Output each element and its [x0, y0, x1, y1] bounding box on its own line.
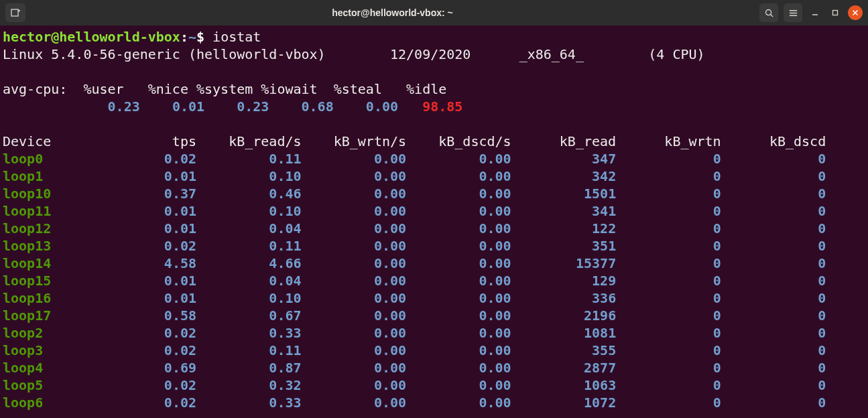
system-line: Linux 5.4.0-56-generic (helloworld-vbox)… [3, 46, 865, 63]
device-read: 1081 [511, 325, 617, 341]
search-button[interactable] [759, 3, 778, 22]
terminal-viewport[interactable]: hector@helloworld-vbox:~$ iostatLinux 5.… [0, 25, 868, 418]
titlebar: hector@helloworld-vbox: ~ [0, 0, 868, 25]
device-tps: 0.01 [108, 290, 196, 306]
device-read: 1501 [511, 186, 617, 202]
device-rps: 0.33 [196, 395, 302, 411]
device-tps: 0.02 [108, 238, 196, 254]
device-wrtn: 0 [616, 377, 721, 393]
device-row: loop15 0.01 0.04 0.00 0.00 129 0 0 [3, 272, 865, 289]
device-dps: 0.00 [406, 255, 511, 271]
device-dps: 0.00 [406, 325, 511, 341]
device-dscd: 0 [721, 377, 826, 393]
cpu-idle: 98.85 [398, 98, 462, 115]
device-tps: 4.58 [108, 255, 196, 271]
device-dps: 0.00 [406, 238, 511, 254]
device-wrtn: 0 [616, 290, 721, 306]
device-read: 341 [511, 203, 617, 219]
prompt-sep: : [180, 29, 188, 45]
device-wrtn: 0 [616, 168, 721, 184]
device-wps: 0.00 [302, 255, 407, 271]
device-row: loop0 0.02 0.11 0.00 0.00 347 0 0 [3, 150, 865, 167]
device-read: 2196 [511, 307, 617, 324]
device-wps: 0.00 [302, 307, 407, 324]
device-row: loop17 0.58 0.67 0.00 0.00 2196 0 0 [3, 307, 865, 324]
device-dps: 0.00 [406, 307, 511, 324]
window-maximize-button[interactable] [828, 5, 843, 20]
device-wrtn: 0 [616, 203, 721, 219]
device-name: loop3 [3, 342, 108, 358]
device-dscd: 0 [721, 273, 826, 289]
device-dps: 0.00 [406, 186, 511, 202]
device-name: loop11 [3, 203, 108, 219]
device-rps: 0.87 [196, 360, 302, 376]
device-name: loop1 [3, 168, 108, 184]
device-rps: 0.32 [196, 377, 302, 393]
svg-line-4 [770, 14, 772, 16]
device-wps: 0.00 [302, 186, 407, 202]
device-dps: 0.00 [406, 377, 511, 393]
prompt-command: iostat [212, 29, 261, 45]
device-row: loop2 0.02 0.33 0.00 0.00 1081 0 0 [3, 324, 865, 342]
device-wrtn: 0 [616, 325, 721, 341]
device-read: 336 [511, 290, 617, 306]
device-name: loop6 [3, 395, 108, 411]
window-minimize-button[interactable] [808, 5, 822, 20]
prompt-dollar: $ [196, 29, 212, 45]
window-close-button[interactable] [848, 5, 863, 20]
device-wps: 0.00 [302, 151, 407, 167]
device-read: 355 [511, 342, 617, 358]
device-read: 15377 [511, 255, 617, 271]
device-wps: 0.00 [302, 220, 407, 236]
device-rps: 0.11 [196, 151, 302, 167]
maximize-icon [831, 9, 839, 17]
device-dscd: 0 [721, 395, 826, 411]
device-rps: 0.10 [196, 290, 302, 306]
device-name: loop2 [3, 325, 108, 341]
device-read: 347 [511, 151, 617, 167]
device-wrtn: 0 [616, 360, 721, 376]
device-wps: 0.00 [302, 360, 407, 376]
device-row: loop16 0.01 0.10 0.00 0.00 336 0 0 [3, 289, 865, 307]
cpu-user: 0.23 [83, 98, 139, 115]
device-dscd: 0 [721, 168, 826, 184]
device-read: 342 [511, 168, 617, 184]
device-wps: 0.00 [302, 395, 407, 411]
device-row: loop10 0.37 0.46 0.00 0.00 1501 0 0 [3, 185, 865, 202]
device-wrtn: 0 [616, 395, 721, 411]
device-dscd: 0 [721, 360, 826, 376]
device-name: loop16 [3, 290, 108, 306]
device-dscd: 0 [721, 307, 826, 324]
cpu-nice: 0.01 [140, 98, 204, 115]
device-rps: 0.04 [196, 273, 302, 289]
device-name: loop10 [3, 186, 108, 202]
device-tps: 0.02 [108, 395, 196, 411]
device-wrtn: 0 [616, 273, 721, 289]
device-dscd: 0 [721, 255, 826, 271]
device-wps: 0.00 [302, 290, 407, 306]
hamburger-icon [788, 8, 798, 18]
device-row: loop11 0.01 0.10 0.00 0.00 341 0 0 [3, 202, 865, 220]
device-tps: 0.37 [108, 186, 196, 202]
device-tps: 0.69 [108, 360, 196, 376]
device-rps: 4.66 [196, 255, 302, 271]
device-tps: 0.02 [108, 342, 196, 358]
device-read: 2877 [511, 360, 617, 376]
new-tab-button[interactable] [5, 3, 25, 22]
device-dps: 0.00 [406, 151, 511, 167]
svg-rect-9 [833, 11, 838, 15]
device-wrtn: 0 [616, 186, 721, 202]
device-tps: 0.01 [108, 203, 196, 219]
device-dps: 0.00 [406, 342, 511, 358]
close-icon [852, 9, 859, 16]
device-row: loop3 0.02 0.11 0.00 0.00 355 0 0 [3, 342, 865, 359]
device-row: loop12 0.01 0.04 0.00 0.00 122 0 0 [3, 220, 865, 237]
device-wps: 0.00 [302, 377, 407, 393]
hamburger-menu-button[interactable] [784, 3, 802, 22]
device-name: loop12 [3, 220, 108, 236]
device-name: loop17 [3, 307, 108, 324]
device-read: 129 [511, 273, 617, 289]
device-read: 1063 [511, 377, 617, 393]
device-tps: 0.01 [108, 168, 196, 184]
device-dps: 0.00 [406, 203, 511, 219]
